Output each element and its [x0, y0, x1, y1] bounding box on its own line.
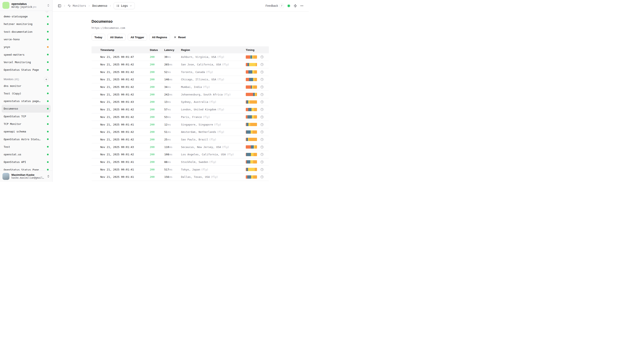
clock-icon[interactable] [260, 168, 264, 171]
clock-icon[interactable] [260, 55, 264, 58]
sidebar-monitor-item[interactable]: Test (Copy) [2, 90, 51, 97]
clock-icon[interactable] [260, 138, 264, 141]
clock-icon[interactable] [260, 78, 264, 81]
sidebar-monitor-item[interactable]: TCP Monitor [2, 120, 51, 128]
log-row[interactable]: Nov 21, 2025 00:01:4220051msAmsterdam, N… [91, 128, 269, 136]
latency-value: 51 [164, 130, 167, 133]
log-row[interactable]: Nov 21, 2025 00:01:41200156msDallas, Tex… [91, 173, 269, 181]
workspace-switcher[interactable]: openstatus moldy-joystick pro [0, 0, 52, 11]
region-name: Paris, France [181, 116, 202, 118]
log-row[interactable]: Nov 21, 2025 00:01:4220052msToronto, Can… [91, 68, 269, 76]
sidebar-page-item[interactable]: OpenStatus Status Page [2, 66, 51, 74]
region-name: Chicago, Illinois, USA [181, 78, 216, 81]
clock-icon[interactable] [260, 153, 264, 156]
sidebar-monitor-item[interactable]: OpenStatus Status Page [2, 166, 51, 170]
breadcrumb-page[interactable]: Documenso [92, 4, 107, 7]
sidebar-page-item[interactable]: yoyo [2, 43, 51, 51]
timing-bar[interactable] [246, 160, 257, 164]
timing-bar[interactable] [246, 145, 257, 149]
log-row[interactable]: Nov 21, 2025 00:01:42200242msJohannesbur… [91, 91, 269, 98]
sidebar-page-item[interactable]: test-documentation [2, 28, 51, 36]
chevrons-up-down-icon [47, 4, 50, 7]
latency-value: 52 [164, 70, 167, 74]
clock-icon[interactable] [260, 123, 264, 126]
log-row[interactable]: Nov 21, 2025 00:01:42200146msChicago, Il… [91, 76, 269, 83]
log-row[interactable]: Nov 21, 2025 00:01:42200108msLos Angeles… [91, 151, 269, 158]
log-row[interactable]: Nov 21, 2025 00:01:4220034msMumbai, Indi… [91, 83, 269, 91]
sidebar-monitor-item[interactable]: OpenStatus API [2, 158, 51, 166]
sidebar-monitor-item[interactable]: openstat.us [2, 151, 51, 158]
timing-bar[interactable] [246, 175, 257, 179]
timing-bar[interactable] [246, 130, 257, 134]
sidebar-monitor-item[interactable]: Documenso [2, 105, 51, 112]
trigger-filter-button[interactable]: All Trigger [128, 34, 147, 41]
sidebar-monitor-item[interactable]: openapi schema [2, 128, 51, 135]
logs-table: Timestamp Status Latency Region Timing N… [91, 46, 269, 181]
log-row[interactable]: Nov 21, 2025 00:01:4120088msStockholm, S… [91, 158, 269, 166]
clock-icon[interactable] [260, 175, 264, 178]
timing-bar[interactable] [246, 108, 257, 111]
log-row[interactable]: Nov 21, 2025 00:01:43200110msSecaucus, N… [91, 143, 269, 151]
reset-filters-button[interactable]: Reset [174, 36, 186, 39]
more-options-button[interactable] [300, 4, 304, 8]
timing-bar[interactable] [246, 55, 257, 59]
log-row[interactable]: Nov 21, 2025 00:01:4220053msParis, Franc… [91, 113, 269, 121]
sidebar-monitor-item[interactable]: openstatus status page… [2, 97, 51, 105]
timing-bar[interactable] [246, 168, 257, 171]
log-row[interactable]: Nov 21, 2025 00:01:4720030msAshburn, Vir… [91, 53, 269, 61]
clock-icon[interactable] [260, 160, 264, 164]
sidebar-monitor-item[interactable]: dns monitor [2, 82, 51, 90]
timing-bar[interactable] [246, 138, 257, 141]
clock-icon[interactable] [260, 93, 264, 96]
clock-icon[interactable] [260, 70, 264, 74]
sidebar-page-item[interactable]: demo-statuspage [2, 13, 51, 20]
log-row[interactable]: Nov 21, 2025 00:01:4320013msSydney, Aust… [91, 98, 269, 106]
feedback-button[interactable]: Feedback [266, 4, 278, 7]
status-dot [47, 116, 49, 117]
sidebar-monitor-item-label: dns monitor [4, 84, 21, 88]
breadcrumb-monitors[interactable]: Monitors [73, 4, 86, 7]
timing-bar[interactable] [246, 93, 257, 96]
clock-icon[interactable] [260, 108, 264, 111]
command-menu-button[interactable] [294, 4, 297, 8]
sidebar-page-item[interactable]: verce-hono [2, 36, 51, 43]
timing-segment-slate [247, 63, 249, 66]
system-status-indicator[interactable] [287, 4, 291, 8]
plus-icon [45, 78, 48, 81]
log-row[interactable]: Nov 21, 2025 00:01:4120012msSingapore, S… [91, 121, 269, 128]
log-row[interactable]: Nov 21, 2025 00:01:4220025msSao Paulo, B… [91, 136, 269, 143]
sidebar-monitor-item[interactable]: OpenStatus Astro Statu… [2, 135, 51, 143]
sidebar-toggle-button[interactable] [58, 4, 61, 8]
timing-bar[interactable] [246, 100, 257, 104]
clock-icon[interactable] [260, 116, 264, 118]
clock-icon[interactable] [260, 100, 264, 104]
sidebar-monitor-item[interactable]: OpenStatus TCP [2, 113, 51, 120]
sidebar-monitor-item[interactable]: Test [2, 143, 51, 151]
timing-bar[interactable] [246, 78, 257, 81]
timing-bar[interactable] [246, 63, 257, 66]
log-row[interactable]: Nov 21, 2025 00:01:42200265msSan Jose, C… [91, 61, 269, 68]
status-filter-button[interactable]: All Status [107, 34, 126, 41]
clock-icon[interactable] [260, 130, 264, 133]
timing-bar[interactable] [246, 123, 257, 126]
log-latency: 110ms [164, 145, 181, 149]
timing-bar[interactable] [246, 85, 257, 89]
timing-bar[interactable] [246, 153, 257, 156]
log-row[interactable]: Nov 21, 2025 00:01:41200517msTokyo, Japa… [91, 166, 269, 173]
user-menu[interactable]: Maximilian Kaske kaske.maximilian@gmail… [0, 170, 52, 182]
regions-filter-button[interactable]: All Regions [149, 34, 170, 41]
log-latency: 265ms [164, 63, 181, 66]
add-monitor-button[interactable] [44, 77, 49, 82]
log-status-code: 200 [150, 93, 164, 96]
log-row[interactable]: Nov 21, 2025 00:01:4220057msLondon, Unit… [91, 106, 269, 113]
view-switcher-logs[interactable]: Logs [114, 2, 135, 9]
sidebar-page-item[interactable]: speed-matters [2, 51, 51, 58]
clock-icon[interactable] [260, 63, 264, 66]
timing-bar[interactable] [246, 70, 257, 74]
clock-icon[interactable] [260, 85, 264, 89]
timing-bar[interactable] [246, 115, 257, 118]
sidebar-page-item[interactable]: Vercel Monitoring [2, 58, 51, 66]
date-filter-button[interactable]: Today [91, 34, 105, 41]
sidebar-page-item[interactable]: hetzner monitoring [2, 20, 51, 28]
clock-icon[interactable] [260, 145, 264, 149]
